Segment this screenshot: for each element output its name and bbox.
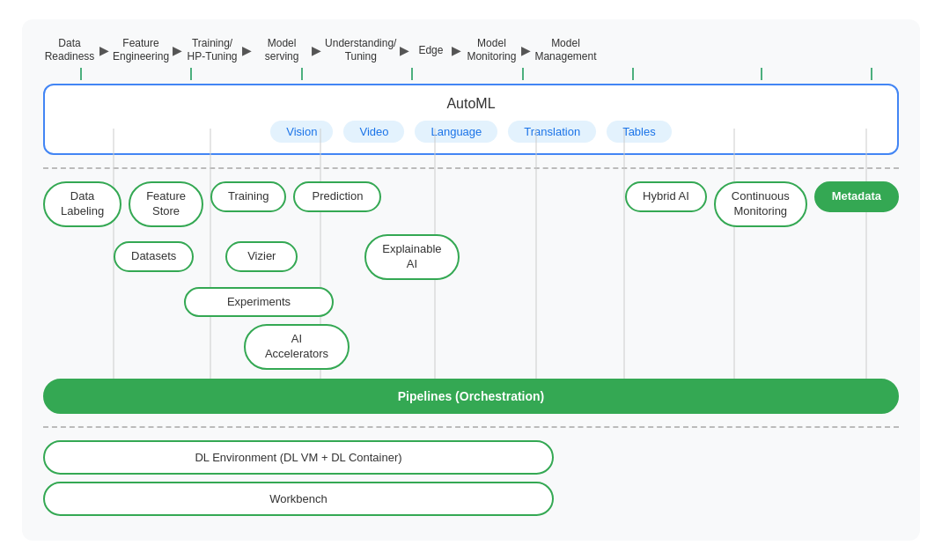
arrow-2: ▶ bbox=[173, 43, 182, 57]
main-diagram: Data Readiness ▶ Feature Engineering ▶ T… bbox=[22, 19, 920, 541]
automl-title: AutoML bbox=[63, 96, 879, 112]
pill-vizier: Vizier bbox=[225, 241, 298, 272]
step-model-serving: Model serving bbox=[255, 37, 308, 64]
arrow-6: ▶ bbox=[452, 43, 461, 57]
pill-feature-store: FeatureStore bbox=[129, 181, 203, 227]
tick-5 bbox=[522, 68, 524, 80]
automl-pill-tables: Tables bbox=[607, 121, 672, 143]
step-understanding: Understanding/ Tuning bbox=[325, 37, 396, 64]
pill-datasets: Datasets bbox=[114, 241, 194, 272]
automl-pill-video: Video bbox=[343, 121, 404, 143]
pipelines-bar: Pipelines (Orchestration) bbox=[43, 379, 899, 414]
pill-explainable-ai: ExplainableAI bbox=[364, 234, 459, 280]
automl-box: AutoML Vision Video Language Translation… bbox=[43, 84, 899, 155]
automl-pill-language: Language bbox=[415, 121, 497, 143]
arrow-3: ▶ bbox=[242, 43, 252, 57]
divider-2 bbox=[43, 426, 899, 428]
pipeline-header: Data Readiness ▶ Feature Engineering ▶ T… bbox=[43, 37, 899, 64]
pill-experiments: Experiments bbox=[184, 287, 334, 318]
pill-hybrid-ai: Hybrid AI bbox=[625, 181, 707, 212]
step-model-management: Model Management bbox=[534, 37, 596, 64]
pill-metadata: Metadata bbox=[814, 181, 899, 212]
step-group: Data Readiness ▶ Feature Engineering ▶ T… bbox=[43, 37, 597, 64]
pill-ai-accelerators: AIAccelerators bbox=[244, 324, 350, 370]
step-training-hp: Training/ HP-Tuning bbox=[186, 37, 239, 64]
tick-4 bbox=[411, 68, 413, 80]
tick-2 bbox=[190, 68, 192, 80]
automl-pills: Vision Video Language Translation Tables bbox=[63, 121, 879, 143]
pill-prediction: Prediction bbox=[293, 181, 381, 212]
bottom-dl-env: DL Environment (DL VM + DL Container) bbox=[43, 440, 554, 475]
pill-continuous-monitoring: ContinuousMonitoring bbox=[714, 181, 807, 227]
tick-7 bbox=[761, 68, 762, 80]
arrow-5: ▶ bbox=[400, 43, 409, 57]
tick-3 bbox=[301, 68, 303, 80]
tick-8 bbox=[871, 68, 872, 80]
automl-pill-vision: Vision bbox=[270, 121, 333, 143]
arrow-7: ▶ bbox=[521, 43, 531, 57]
tick-1 bbox=[80, 68, 82, 80]
arrow-1: ▶ bbox=[99, 43, 109, 57]
bottom-workbench: Workbench bbox=[43, 482, 554, 516]
tick-6 bbox=[632, 68, 634, 80]
step-edge: Edge bbox=[413, 44, 448, 58]
step-model-monitoring: Model Monitoring bbox=[465, 37, 518, 64]
automl-pill-translation: Translation bbox=[508, 121, 596, 143]
pill-data-labeling: DataLabeling bbox=[43, 181, 121, 227]
pill-training: Training bbox=[210, 181, 286, 212]
divider-1 bbox=[43, 167, 899, 169]
arrow-4: ▶ bbox=[312, 43, 321, 57]
step-feature-engineering: Feature Engineering bbox=[113, 37, 169, 64]
step-data-readiness: Data Readiness bbox=[43, 37, 96, 64]
